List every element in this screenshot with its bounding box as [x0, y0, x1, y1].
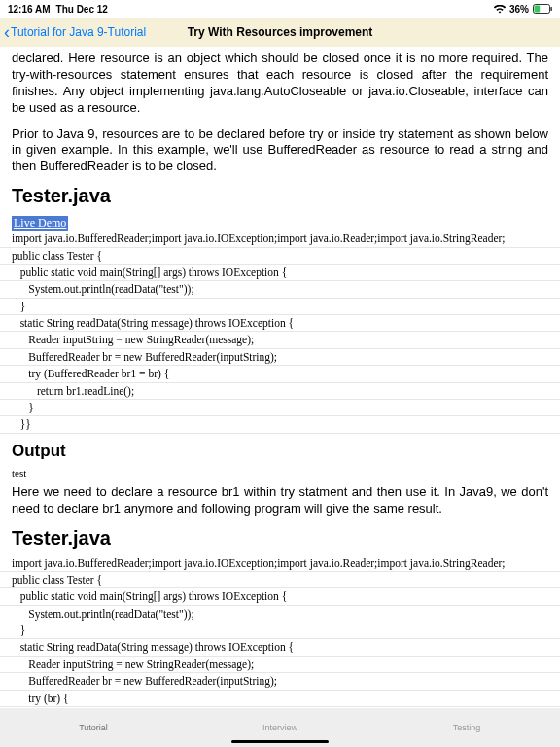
- code-line: BufferedReader br = new BufferedReader(i…: [0, 673, 560, 690]
- code-line: static String readData(String message) t…: [0, 315, 560, 332]
- code-line: System.out.println(readData("test"));: [0, 281, 560, 298]
- code-line: BufferedReader br = new BufferedReader(i…: [0, 349, 560, 366]
- code-line: Reader inputString = new StringReader(me…: [0, 332, 560, 348]
- output-heading: Output: [12, 442, 548, 461]
- code-heading: Tester.java: [12, 527, 548, 550]
- code-line: }: [0, 299, 560, 315]
- code-block-1: import java.io.BufferedReader;import jav…: [0, 231, 560, 434]
- code-line: System.out.println(readData("test"));: [0, 606, 560, 622]
- code-line: try (br) {: [0, 691, 560, 707]
- battery-icon: [533, 4, 552, 14]
- paragraph: Here we need to declare a resource br1 w…: [12, 484, 548, 517]
- code-line: }: [0, 400, 560, 416]
- status-date: Thu Dec 12: [56, 4, 108, 15]
- paragraph: Prior to Java 9, resources are to be dec…: [12, 126, 548, 176]
- back-label: Tutorial for Java 9-Tutorial: [11, 25, 146, 39]
- code-line: import java.io.BufferedReader;import jav…: [0, 555, 560, 572]
- code-line: Reader inputString = new StringReader(me…: [0, 657, 560, 673]
- content-area[interactable]: declared. Here resource is an object whi…: [0, 47, 560, 708]
- svg-rect-1: [535, 6, 541, 13]
- home-indicator[interactable]: [231, 740, 329, 743]
- page-title: Try With Resources improvement: [188, 25, 373, 39]
- live-demo-link[interactable]: Live Demo: [12, 216, 68, 231]
- code-line: public static void main(String[] args) t…: [0, 265, 560, 281]
- chevron-left-icon: ‹: [4, 23, 10, 41]
- back-button[interactable]: ‹ Tutorial for Java 9-Tutorial: [0, 23, 146, 41]
- code-line: static String readData(String message) t…: [0, 639, 560, 656]
- code-heading: Tester.java: [12, 185, 548, 207]
- code-line: return br1.readLine();: [0, 383, 560, 400]
- output-text: test: [12, 465, 548, 480]
- tab-tutorial[interactable]: Tutorial: [0, 723, 187, 732]
- tab-testing[interactable]: Testing: [373, 723, 560, 732]
- code-line: }}: [0, 416, 560, 433]
- code-block-2: import java.io.BufferedReader;import jav…: [0, 555, 560, 708]
- code-line: }: [0, 622, 560, 639]
- status-bar: 12:16 AM Thu Dec 12 36%: [0, 0, 560, 18]
- status-time: 12:16 AM: [8, 4, 51, 15]
- code-line: public class Tester {: [0, 248, 560, 265]
- tab-bar: Tutorial Interview Testing: [0, 708, 560, 747]
- wifi-icon: [494, 5, 506, 14]
- paragraph: declared. Here resource is an object whi…: [12, 51, 548, 117]
- battery-percentage: 36%: [509, 4, 529, 15]
- code-line: public static void main(String[] args) t…: [0, 588, 560, 605]
- code-line: public class Tester {: [0, 572, 560, 588]
- tab-interview[interactable]: Interview: [187, 723, 373, 732]
- code-line: import java.io.BufferedReader;import jav…: [0, 231, 560, 247]
- svg-rect-2: [551, 7, 552, 11]
- nav-bar: ‹ Tutorial for Java 9-Tutorial Try With …: [0, 18, 560, 47]
- code-line: try (BufferedReader br1 = br) {: [0, 366, 560, 382]
